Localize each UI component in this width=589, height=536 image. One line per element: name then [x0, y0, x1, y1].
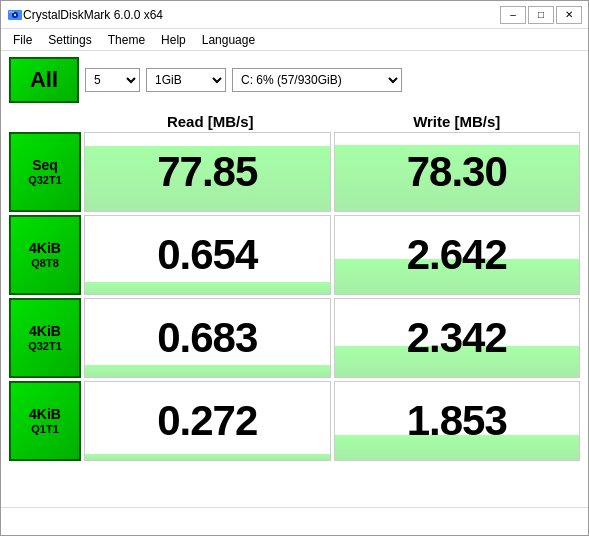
menu-language[interactable]: Language	[194, 31, 263, 49]
data-grid: Seq Q32T1 77.85 78.30 4KiB Q8T8	[9, 132, 580, 461]
app-icon	[7, 7, 23, 23]
menu-file[interactable]: File	[5, 31, 40, 49]
read-bar-4kib-q32t1	[85, 365, 330, 377]
write-value-seq: 78.30	[407, 148, 507, 196]
menu-theme[interactable]: Theme	[100, 31, 153, 49]
svg-rect-3	[9, 11, 14, 13]
read-value-4kib-q1t1: 0.272	[157, 397, 257, 445]
main-window: CrystalDiskMark 6.0.0 x64 – □ ✕ File Set…	[0, 0, 589, 536]
close-button[interactable]: ✕	[556, 6, 582, 24]
read-cell-4kib-q1t1: 0.272	[84, 381, 331, 461]
menu-settings[interactable]: Settings	[40, 31, 99, 49]
read-cell-4kib-q32t1: 0.683	[84, 298, 331, 378]
size-select[interactable]: 1GiB	[146, 68, 226, 92]
table-row: 4KiB Q32T1 0.683 2.342	[9, 298, 580, 378]
table-row: 4KiB Q1T1 0.272 1.853	[9, 381, 580, 461]
menu-help[interactable]: Help	[153, 31, 194, 49]
read-value-4kib-q8t8: 0.654	[157, 231, 257, 279]
read-header: Read [MB/s]	[87, 113, 334, 130]
write-header: Write [MB/s]	[334, 113, 581, 130]
read-value-4kib-q32t1: 0.683	[157, 314, 257, 362]
maximize-button[interactable]: □	[528, 6, 554, 24]
drive-select[interactable]: C: 6% (57/930GiB)	[232, 68, 402, 92]
window-title: CrystalDiskMark 6.0.0 x64	[23, 8, 500, 22]
row-label-seq: Seq Q32T1	[9, 132, 81, 212]
row-label-4kib-q8t8: 4KiB Q8T8	[9, 215, 81, 295]
write-cell-seq: 78.30	[334, 132, 581, 212]
table-row: Seq Q32T1 77.85 78.30	[9, 132, 580, 212]
minimize-button[interactable]: –	[500, 6, 526, 24]
window-controls: – □ ✕	[500, 6, 582, 24]
write-value-4kib-q32t1: 2.342	[407, 314, 507, 362]
write-value-4kib-q1t1: 1.853	[407, 397, 507, 445]
write-value-4kib-q8t8: 2.642	[407, 231, 507, 279]
toolbar: All 5 1GiB C: 6% (57/930GiB)	[1, 51, 588, 109]
title-bar: CrystalDiskMark 6.0.0 x64 – □ ✕	[1, 1, 588, 29]
status-bar	[1, 507, 588, 535]
count-select[interactable]: 5	[85, 68, 140, 92]
row-label-4kib-q1t1: 4KiB Q1T1	[9, 381, 81, 461]
column-headers: Read [MB/s] Write [MB/s]	[87, 113, 580, 130]
read-bar-4kib-q8t8	[85, 282, 330, 294]
read-bar-4kib-q1t1	[85, 454, 330, 460]
table-row: 4KiB Q8T8 0.654 2.642	[9, 215, 580, 295]
row-label-4kib-q32t1: 4KiB Q32T1	[9, 298, 81, 378]
read-value-seq: 77.85	[157, 148, 257, 196]
read-cell-seq: 77.85	[84, 132, 331, 212]
svg-point-2	[14, 13, 16, 15]
main-content: Read [MB/s] Write [MB/s] Seq Q32T1 77.85…	[1, 109, 588, 507]
menu-bar: File Settings Theme Help Language	[1, 29, 588, 51]
all-button[interactable]: All	[9, 57, 79, 103]
write-cell-4kib-q8t8: 2.642	[334, 215, 581, 295]
write-cell-4kib-q1t1: 1.853	[334, 381, 581, 461]
write-cell-4kib-q32t1: 2.342	[334, 298, 581, 378]
read-cell-4kib-q8t8: 0.654	[84, 215, 331, 295]
